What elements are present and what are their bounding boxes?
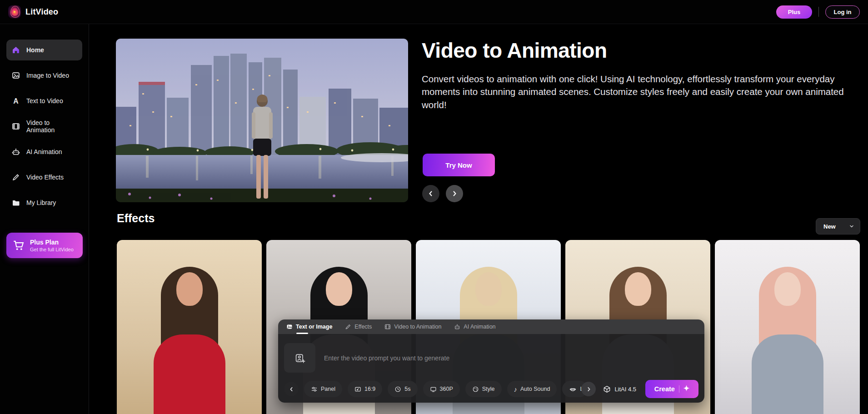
chip-label: 16:9 xyxy=(364,386,375,392)
sidebar-item-home[interactable]: Home xyxy=(6,40,82,60)
tab-label: Effects xyxy=(354,324,372,330)
image-icon xyxy=(12,71,20,80)
chip-label: Auto Sound xyxy=(520,386,550,392)
letter-a-icon: A xyxy=(12,97,20,105)
image-add-icon xyxy=(294,353,305,364)
sidebar-item-ai-animation[interactable]: AI Animation xyxy=(6,141,82,162)
carousel-prev-button[interactable] xyxy=(422,185,439,202)
plus-plan-title: Plus Plan xyxy=(30,239,74,247)
sidebar-item-video-effects[interactable]: Video Effects xyxy=(6,167,82,188)
tab-text-or-image[interactable]: Text or Image xyxy=(286,324,332,330)
robot-icon xyxy=(454,324,460,330)
home-icon xyxy=(12,46,20,54)
generator-body: Panel 16:9 5s 360P xyxy=(278,334,704,403)
effects-heading: Effects xyxy=(117,212,155,225)
sidebar-item-label: AI Animation xyxy=(26,148,62,155)
chips-scroll-right-button[interactable] xyxy=(581,382,596,396)
effect-card[interactable] xyxy=(117,240,262,414)
generator-tabbar: Text or Image Effects Video to Animation… xyxy=(278,319,704,334)
aspect-ratio-icon xyxy=(354,386,361,393)
hero-carousel-controls xyxy=(422,185,463,202)
svg-text:A: A xyxy=(13,97,18,105)
topbar-actions: Plus Log in xyxy=(776,5,860,19)
tab-label: AI Animation xyxy=(464,324,495,330)
sidebar-item-label: Image to Video xyxy=(26,72,69,79)
chevron-right-icon xyxy=(586,386,592,392)
pen-icon xyxy=(12,173,20,181)
page-title: Video to Animation xyxy=(422,38,844,63)
chip-label: 5s xyxy=(404,386,410,392)
model-selector[interactable]: LitAI 4.5 xyxy=(603,385,636,393)
sidebar-item-image-to-video[interactable]: Image to Video xyxy=(6,65,82,86)
tab-ai-animation[interactable]: AI Animation xyxy=(454,324,495,330)
robot-icon xyxy=(12,148,20,156)
try-now-button[interactable]: Try Now xyxy=(423,154,495,176)
litvideo-flame-icon xyxy=(8,5,21,18)
tab-label: Video to Animation xyxy=(394,324,441,330)
add-image-button[interactable] xyxy=(284,343,315,373)
panel-settings-chip[interactable]: Panel xyxy=(304,381,342,397)
carousel-next-button[interactable] xyxy=(446,185,463,202)
generator-panel: Text or Image Effects Video to Animation… xyxy=(278,319,704,403)
chips-scroll-left-button[interactable] xyxy=(284,382,299,396)
duration-chip[interactable]: 5s xyxy=(388,381,417,397)
brand-logo[interactable]: LitVideo xyxy=(8,5,58,18)
film-icon xyxy=(384,324,391,330)
tab-label: Text or Image xyxy=(296,324,332,330)
create-divider xyxy=(679,385,679,393)
clock-icon xyxy=(394,386,401,393)
sidebar-item-label: Home xyxy=(26,46,44,54)
tab-video-to-animation[interactable]: Video to Animation xyxy=(384,324,441,330)
topbar-divider xyxy=(818,7,819,17)
sparkle-icon: ✦ xyxy=(683,385,689,392)
image-icon xyxy=(286,324,293,330)
tab-effects[interactable]: Effects xyxy=(345,324,372,330)
lips-icon xyxy=(569,385,577,393)
aspect-ratio-chip[interactable]: 16:9 xyxy=(348,381,382,397)
cart-icon xyxy=(13,239,25,251)
sidebar-item-video-to-animation[interactable]: Video to Animation xyxy=(6,116,82,137)
cube-icon xyxy=(603,385,611,393)
generator-settings-row: Panel 16:9 5s 360P xyxy=(284,380,698,398)
chevron-left-icon xyxy=(427,190,434,197)
effect-card[interactable] xyxy=(715,240,860,414)
hero-scene-dusk-skyline xyxy=(116,39,408,202)
model-label: LitAI 4.5 xyxy=(614,386,636,393)
top-bar: LitVideo Plus Log in xyxy=(0,0,868,24)
plus-plan-card[interactable]: Plus Plan Get the full LitVideo xyxy=(6,233,83,258)
chip-label: Panel xyxy=(321,386,335,392)
plus-button[interactable]: Plus xyxy=(776,5,812,19)
effect-card-image xyxy=(715,240,860,414)
sidebar-item-my-library[interactable]: My Library xyxy=(6,192,82,213)
sidebar-item-text-to-video[interactable]: A Text to Video xyxy=(6,90,82,111)
pen-icon xyxy=(345,324,351,330)
create-label: Create xyxy=(654,385,675,393)
prompt-input[interactable] xyxy=(324,343,642,373)
chevron-left-icon xyxy=(289,386,294,392)
resolution-chip[interactable]: 360P xyxy=(423,381,460,397)
effect-card-image xyxy=(117,240,262,414)
style-chip[interactable]: Style xyxy=(465,381,502,397)
sidebar-item-label: Video Effects xyxy=(26,174,64,181)
plus-plan-subtitle: Get the full LitVideo xyxy=(30,247,74,252)
music-note-icon: ♪ xyxy=(514,386,518,393)
login-button[interactable]: Log in xyxy=(825,5,860,19)
hero-video-preview[interactable] xyxy=(116,39,408,202)
hero-description: Convert videos to animation with one cli… xyxy=(422,73,844,111)
film-icon xyxy=(12,122,20,130)
brand-name: LitVideo xyxy=(25,7,58,17)
create-button[interactable]: Create ✦ xyxy=(645,380,698,398)
chevron-down-icon xyxy=(849,224,854,229)
plus-plan-text: Plus Plan Get the full LitVideo xyxy=(30,239,74,252)
sidebar-item-label: My Library xyxy=(26,199,56,206)
sort-value: New xyxy=(823,223,845,230)
style-palette-icon xyxy=(472,386,479,393)
chip-label: 360P xyxy=(440,386,453,392)
effects-sort-dropdown[interactable]: New xyxy=(816,218,860,234)
auto-sound-chip[interactable]: ♪ Auto Sound xyxy=(507,381,557,397)
hero-text-block: Video to Animation Convert videos to ani… xyxy=(422,38,844,111)
display-icon xyxy=(430,386,437,393)
sliders-icon xyxy=(311,386,318,393)
chevron-right-icon xyxy=(451,190,458,197)
sidebar-item-label: Video to Animation xyxy=(26,119,77,134)
